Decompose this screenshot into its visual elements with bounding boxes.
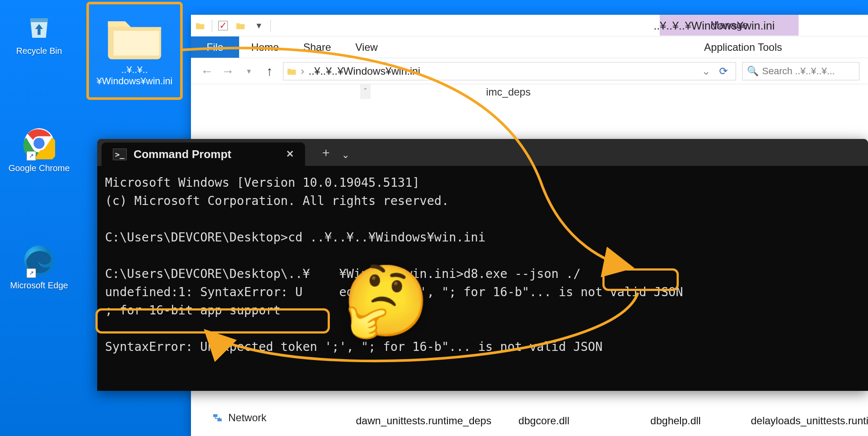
nav-back-button[interactable]: ← xyxy=(200,64,214,79)
qa-dropdown-icon[interactable]: ▾ xyxy=(253,20,264,31)
terminal-line: (c) Microsoft Corporation. All rights re… xyxy=(105,194,449,208)
qa-folder-icon[interactable] xyxy=(235,20,246,31)
terminal-tabbar: >_ Command Prompt ✕ ＋ ⌄ xyxy=(97,139,868,166)
terminal-line: C:\Users\DEVCORE\Desktop\..¥ ¥Windows¥wi… xyxy=(105,267,581,281)
svg-rect-5 xyxy=(217,419,222,422)
breadcrumb-dropdown-icon[interactable]: ⌄ xyxy=(702,65,710,77)
terminal-line: C:\Users\DEVCORE\Desktop>cd ..¥..¥..¥Win… xyxy=(105,230,486,244)
google-chrome-icon[interactable]: ↗ Google Chrome xyxy=(4,126,74,173)
annotated-folder-icon[interactable]: ..¥..¥..¥Windows¥win.ini xyxy=(86,2,183,100)
qa-checkbox-icon[interactable]: ✓ xyxy=(218,21,228,30)
nav-forward-button[interactable]: → xyxy=(220,64,235,79)
ribbon-tabs: File Home Share View Application Tools xyxy=(191,36,868,58)
breadcrumb-text: ..¥..¥..¥Windows¥win.ini xyxy=(309,65,420,77)
file-row: dawn_unittests.runtime_deps dbgcore.dll … xyxy=(356,415,864,427)
terminal-tab-title: Command Prompt xyxy=(134,148,231,161)
nav-history-dropdown[interactable]: ▾ xyxy=(241,64,256,79)
svg-rect-4 xyxy=(213,414,217,417)
explorer-titlebar[interactable]: ✓ ▾ Manage ..¥..¥..¥Windows¥win.ini xyxy=(191,15,868,36)
terminal-tab[interactable]: >_ Command Prompt ✕ xyxy=(102,142,305,166)
search-icon: 🔍 xyxy=(747,66,759,77)
microsoft-edge-icon[interactable]: ↗ Microsoft Edge xyxy=(4,243,74,291)
window-title: ..¥..¥..¥Windows¥win.ini xyxy=(654,15,862,36)
terminal-line: Microsoft Windows [Version 10.0.19045.51… xyxy=(105,175,420,190)
close-tab-button[interactable]: ✕ xyxy=(286,149,294,160)
new-tab-button[interactable]: ＋ xyxy=(313,144,339,161)
recycle-bin-icon[interactable]: Recycle Bin xyxy=(4,9,74,56)
breadcrumb-folder-icon xyxy=(287,66,296,76)
list-item[interactable]: dbghelp.dll xyxy=(619,415,732,427)
annotated-folder-label: ..¥..¥..¥Windows¥win.ini xyxy=(89,64,180,87)
search-input[interactable]: 🔍 Search ..¥..¥..¥... xyxy=(742,62,859,80)
nav-up-button[interactable]: ↑ xyxy=(262,64,277,79)
sidebar-item-network[interactable]: Network xyxy=(212,412,266,424)
google-chrome-label: Google Chrome xyxy=(4,163,74,173)
terminal-prompt-icon: >_ xyxy=(113,149,127,160)
list-item[interactable]: dawn_unittests.runtime_deps xyxy=(356,415,469,427)
recycle-bin-label: Recycle Bin xyxy=(4,46,74,56)
microsoft-edge-label: Microsoft Edge xyxy=(4,281,74,291)
tab-file[interactable]: File xyxy=(191,36,239,58)
tab-view[interactable]: View xyxy=(343,36,390,58)
explorer-navbar: ← → ▾ ↑ › ..¥..¥..¥Windows¥win.ini ⌄ ⟳ 🔍… xyxy=(191,58,868,84)
tab-dropdown-button[interactable]: ⌄ xyxy=(342,149,349,161)
terminal-output[interactable]: Microsoft Windows [Version 10.0.19045.51… xyxy=(97,166,868,391)
list-item[interactable]: imc_deps xyxy=(486,86,531,98)
shortcut-arrow-icon: ↗ xyxy=(26,151,36,161)
list-item[interactable]: dbgcore.dll xyxy=(487,415,600,427)
search-placeholder: Search ..¥..¥..¥... xyxy=(762,66,835,77)
terminal-line: ; for 16-bit app support xyxy=(105,303,281,317)
tab-share[interactable]: Share xyxy=(291,36,343,58)
desktop-background: Recycle Bin ↗ Google Chrome ↗ Microsoft … xyxy=(0,0,868,436)
folder-small-icon xyxy=(194,20,206,31)
sidebar-item-label: Network xyxy=(228,412,266,424)
list-item[interactable]: delayloads_unittests.runtime_dep xyxy=(751,415,864,427)
scroll-up-button[interactable]: ˆ xyxy=(360,84,371,99)
shortcut-arrow-icon: ↗ xyxy=(26,268,36,278)
tab-application-tools[interactable]: Application Tools xyxy=(692,36,794,58)
refresh-button[interactable]: ⟳ xyxy=(715,65,732,77)
tab-home[interactable]: Home xyxy=(239,36,291,58)
chevron-right-icon: › xyxy=(301,65,304,77)
network-icon xyxy=(212,412,223,423)
breadcrumb[interactable]: › ..¥..¥..¥Windows¥win.ini ⌄ ⟳ xyxy=(283,62,736,80)
terminal-window: >_ Command Prompt ✕ ＋ ⌄ Microsoft Window… xyxy=(97,139,868,391)
terminal-line: SyntaxError: Unexpected token ';', "; fo… xyxy=(105,340,602,354)
terminal-line: undefined:1: SyntaxError: U ed token ';'… xyxy=(105,285,683,299)
